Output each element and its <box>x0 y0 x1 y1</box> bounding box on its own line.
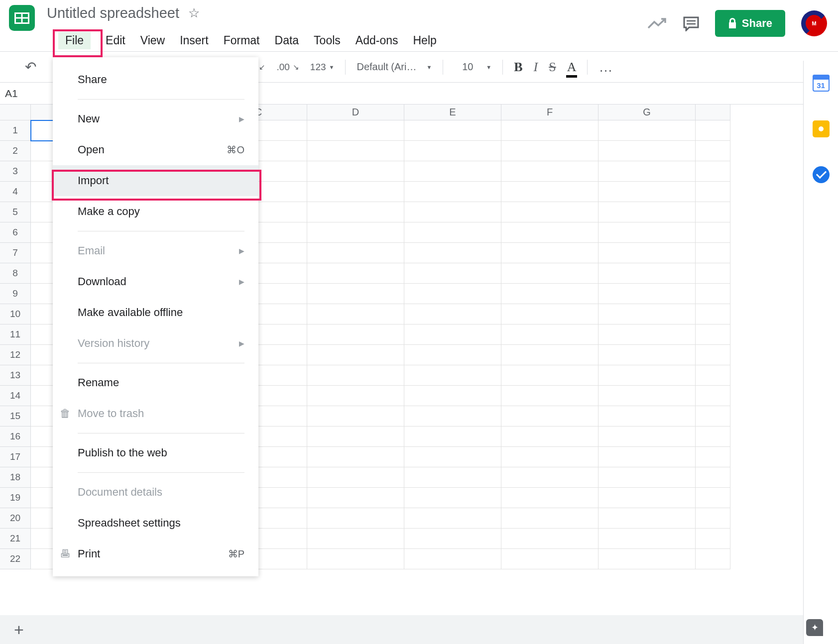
menu-help[interactable]: Help <box>413 34 436 47</box>
cell[interactable] <box>307 549 404 569</box>
cell[interactable] <box>696 222 730 243</box>
column-header[interactable]: E <box>404 105 501 120</box>
cell[interactable] <box>501 549 599 569</box>
cell[interactable] <box>599 141 696 161</box>
row-header[interactable]: 9 <box>0 284 31 304</box>
file-menu-new[interactable]: New▶ <box>53 104 258 134</box>
cell[interactable] <box>501 243 599 263</box>
file-menu-import[interactable]: Import <box>53 165 258 196</box>
cell[interactable] <box>404 386 501 406</box>
cell[interactable] <box>501 263 599 284</box>
cell[interactable] <box>599 202 696 222</box>
undo-icon[interactable]: ↶ <box>25 59 36 75</box>
menu-view[interactable]: View <box>140 34 165 47</box>
cell[interactable] <box>501 202 599 222</box>
column-header[interactable]: D <box>307 105 404 120</box>
cell[interactable] <box>599 406 696 427</box>
row-header[interactable]: 22 <box>0 549 31 569</box>
cell[interactable] <box>404 141 501 161</box>
menu-file[interactable]: File <box>58 32 91 49</box>
row-header[interactable]: 1 <box>0 120 31 141</box>
sheets-logo[interactable] <box>9 5 35 31</box>
menu-format[interactable]: Format <box>224 34 260 47</box>
row-header[interactable]: 13 <box>0 365 31 386</box>
cell[interactable] <box>599 508 696 529</box>
keep-icon[interactable] <box>813 120 830 137</box>
cell[interactable] <box>307 120 404 141</box>
cell[interactable] <box>404 549 501 569</box>
cell[interactable] <box>501 365 599 386</box>
cell[interactable] <box>404 263 501 284</box>
cell[interactable] <box>599 161 696 182</box>
cell[interactable] <box>307 263 404 284</box>
file-menu-rename[interactable]: Rename <box>53 367 258 398</box>
cell[interactable] <box>501 467 599 488</box>
cell[interactable] <box>599 386 696 406</box>
cell[interactable] <box>696 243 730 263</box>
file-menu-download[interactable]: Download▶ <box>53 266 258 297</box>
menu-addons[interactable]: Add-ons <box>356 34 398 47</box>
row-header[interactable]: 18 <box>0 467 31 488</box>
tasks-icon[interactable] <box>813 166 830 183</box>
name-box[interactable]: A1 <box>5 88 41 100</box>
cell[interactable] <box>307 304 404 324</box>
cell[interactable] <box>404 488 501 508</box>
toolbar-more-icon[interactable]: … <box>599 59 613 75</box>
row-header[interactable]: 14 <box>0 386 31 406</box>
cell[interactable] <box>696 324 730 345</box>
cell[interactable] <box>501 222 599 243</box>
cell[interactable] <box>404 529 501 549</box>
row-header[interactable]: 10 <box>0 304 31 324</box>
menu-data[interactable]: Data <box>275 34 299 47</box>
cell[interactable] <box>307 508 404 529</box>
add-sheet-icon[interactable]: + <box>14 620 24 640</box>
cell[interactable] <box>404 324 501 345</box>
cell[interactable] <box>696 284 730 304</box>
cell[interactable] <box>599 549 696 569</box>
cell[interactable] <box>404 365 501 386</box>
row-header[interactable]: 6 <box>0 222 31 243</box>
increase-decimal[interactable]: .00↘ <box>276 62 299 73</box>
menu-insert[interactable]: Insert <box>180 34 209 47</box>
cell[interactable] <box>307 141 404 161</box>
row-header[interactable]: 7 <box>0 243 31 263</box>
cell[interactable] <box>307 202 404 222</box>
row-header[interactable]: 17 <box>0 447 31 467</box>
cell[interactable] <box>307 284 404 304</box>
more-formats[interactable]: 123▼ <box>310 62 335 73</box>
cell[interactable] <box>599 324 696 345</box>
cell[interactable] <box>599 182 696 202</box>
cell[interactable] <box>599 427 696 447</box>
row-header[interactable]: 2 <box>0 141 31 161</box>
strikethrough-button[interactable]: S <box>549 60 556 75</box>
cell[interactable] <box>696 549 730 569</box>
cell[interactable] <box>404 120 501 141</box>
menu-tools[interactable]: Tools <box>314 34 341 47</box>
cell[interactable] <box>696 202 730 222</box>
row-header[interactable]: 12 <box>0 345 31 365</box>
file-menu-publish-to-the-web[interactable]: Publish to the web <box>53 437 258 468</box>
file-menu-make-a-copy[interactable]: Make a copy <box>53 196 258 227</box>
cell[interactable] <box>599 345 696 365</box>
cell[interactable] <box>307 243 404 263</box>
cell[interactable] <box>599 222 696 243</box>
cell[interactable] <box>599 467 696 488</box>
comments-icon[interactable] <box>683 16 699 30</box>
file-menu-share[interactable]: Share <box>53 64 258 95</box>
menu-edit[interactable]: Edit <box>106 34 125 47</box>
cell[interactable] <box>501 508 599 529</box>
cell[interactable] <box>696 386 730 406</box>
row-header[interactable]: 21 <box>0 529 31 549</box>
cell[interactable] <box>501 386 599 406</box>
cell[interactable] <box>696 141 730 161</box>
row-header[interactable]: 15 <box>0 406 31 427</box>
share-button[interactable]: Share <box>715 10 785 37</box>
cell[interactable] <box>307 467 404 488</box>
cell[interactable] <box>307 427 404 447</box>
document-title[interactable]: Untitled spreadsheet <box>47 5 179 21</box>
cell[interactable] <box>404 427 501 447</box>
cell[interactable] <box>599 284 696 304</box>
cell[interactable] <box>404 467 501 488</box>
cell[interactable] <box>696 488 730 508</box>
cell[interactable] <box>501 120 599 141</box>
